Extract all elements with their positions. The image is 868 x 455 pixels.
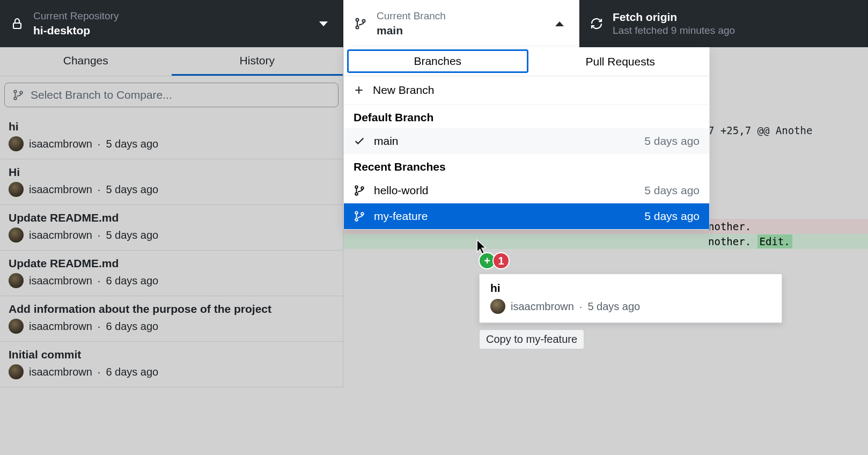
avatar [9, 273, 24, 288]
svg-point-5 [14, 97, 17, 100]
lock-icon [10, 16, 25, 31]
tab-pull-requests[interactable]: Pull Requests [532, 47, 710, 76]
branch-dropdown-panel: Branches Pull Requests New Branch Defaul… [343, 47, 710, 230]
tab-changes[interactable]: Changes [0, 47, 172, 76]
new-branch-button[interactable]: New Branch [344, 76, 709, 105]
repo-name: hi-desktop [33, 23, 119, 38]
branch-icon [354, 210, 365, 222]
avatar [9, 228, 24, 243]
branch-icon [353, 16, 368, 31]
commit-meta: isaacmbrown·6 days ago [9, 319, 334, 334]
fetch-origin-button[interactable]: Fetch origin Last fetched 9 minutes ago [579, 0, 868, 47]
drag-card-author: isaacmbrown [511, 300, 574, 313]
fetch-label: Fetch origin [613, 10, 735, 24]
drag-card-title: hi [490, 282, 771, 295]
branch-selector[interactable]: Current Branch main [343, 0, 579, 47]
commit-title: Hi [9, 166, 334, 179]
commit-item[interactable]: hiisaacmbrown·5 days ago [0, 114, 343, 159]
drag-count-badge: 1 [492, 252, 510, 269]
commit-title: Update README.md [9, 257, 334, 270]
svg-point-3 [363, 20, 365, 23]
svg-point-6 [20, 91, 23, 94]
svg-point-10 [355, 211, 358, 214]
svg-point-8 [355, 193, 358, 195]
commit-item[interactable]: Initial commitisaacmbrown·6 days ago [0, 342, 343, 387]
svg-rect-0 [13, 23, 21, 28]
svg-point-4 [14, 90, 17, 93]
chevron-down-icon [319, 21, 328, 26]
chevron-up-icon [555, 21, 564, 26]
branch-name-label: my-feature [374, 210, 428, 223]
avatar [9, 319, 24, 334]
repo-label: Current Repository [33, 10, 119, 23]
commit-meta: isaacmbrown·6 days ago [9, 364, 334, 379]
branch-time: 5 days ago [644, 135, 700, 148]
svg-point-7 [355, 186, 358, 188]
svg-point-2 [356, 26, 359, 29]
commit-item[interactable]: Update README.mdisaacmbrown·6 days ago [0, 251, 343, 296]
branch-icon [354, 185, 365, 196]
svg-point-1 [356, 19, 359, 21]
commit-meta: isaacmbrown·5 days ago [9, 136, 334, 151]
branch-time: 5 days ago [644, 210, 700, 223]
commit-meta: isaacmbrown·6 days ago [9, 273, 334, 288]
branch-label: Current Branch [377, 10, 446, 23]
commit-title: Update README.md [9, 211, 334, 224]
branch-name: main [377, 23, 446, 38]
commit-item[interactable]: Add information about the purpose of the… [0, 296, 343, 342]
avatar [9, 136, 24, 151]
avatar [9, 364, 24, 379]
diff-line-added: nother. Edit. [343, 234, 868, 249]
branch-item-my-feature[interactable]: my-feature 5 days ago [344, 203, 709, 229]
commit-item[interactable]: Hiisaacmbrown·5 days ago [0, 159, 343, 205]
compare-placeholder: Select Branch to Compare... [31, 89, 172, 101]
dragged-commit-card: hi isaacmbrown · 5 days ago [479, 274, 782, 323]
branch-item-main[interactable]: main 5 days ago [344, 128, 709, 154]
branch-name-label: hello-world [374, 184, 429, 197]
branch-time: 5 days ago [644, 184, 700, 197]
commit-item[interactable]: Update README.mdisaacmbrown·5 days ago [0, 205, 343, 251]
svg-point-11 [355, 218, 358, 221]
copy-tooltip: Copy to my-feature [479, 329, 584, 349]
svg-point-12 [361, 212, 364, 215]
drag-card-time: 5 days ago [587, 300, 640, 313]
repo-selector[interactable]: Current Repository hi-desktop [0, 0, 343, 47]
avatar [490, 299, 505, 314]
sync-icon [589, 16, 604, 31]
commit-title: hi [9, 120, 334, 133]
fetch-status: Last fetched 9 minutes ago [613, 24, 735, 38]
tab-branches[interactable]: Branches [347, 49, 528, 73]
commit-meta: isaacmbrown·5 days ago [9, 182, 334, 197]
avatar [9, 182, 24, 197]
tab-history[interactable]: History [172, 47, 343, 76]
default-branch-header: Default Branch [344, 105, 709, 128]
commit-meta: isaacmbrown·5 days ago [9, 228, 334, 243]
branch-name-label: main [374, 135, 399, 148]
commit-title: Initial commit [9, 348, 334, 361]
commit-title: Add information about the purpose of the… [9, 303, 334, 315]
recent-branches-header: Recent Branches [344, 154, 709, 178]
compare-branch-selector[interactable]: Select Branch to Compare... [4, 83, 339, 107]
svg-point-9 [361, 187, 364, 189]
check-icon [354, 135, 365, 147]
branch-item-hello-world[interactable]: hello-world 5 days ago [344, 178, 709, 203]
